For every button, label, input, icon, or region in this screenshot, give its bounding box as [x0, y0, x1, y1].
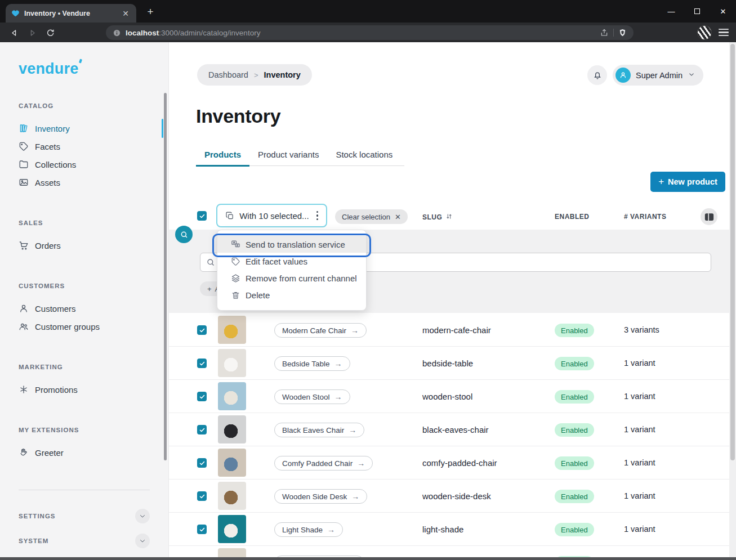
- check-icon: [199, 213, 206, 219]
- column-picker-button[interactable]: [701, 208, 717, 225]
- menu-item-label: Remove from current channel: [246, 274, 357, 283]
- row-checkbox[interactable]: [197, 491, 207, 501]
- sparkle-icon: [19, 384, 29, 395]
- variant-count: 1 variant: [624, 425, 655, 434]
- check-icon: [199, 427, 206, 433]
- sidebar-item-customers[interactable]: Customers: [0, 299, 168, 317]
- arrow-right-icon: →: [327, 525, 335, 534]
- notifications-button[interactable]: [587, 65, 607, 85]
- sidebar-scrollbar[interactable]: [164, 93, 167, 460]
- column-header-enabled[interactable]: ENABLED: [555, 213, 590, 221]
- status-badge: Enabled: [555, 423, 594, 437]
- sidebar-item-label: Orders: [35, 241, 61, 250]
- product-name-link[interactable]: Bedside Table→: [274, 356, 350, 371]
- sidebar-group-label: SYSTEM: [19, 537, 48, 544]
- product-slug: wooden-stool: [422, 392, 472, 401]
- page-title: Inventory: [196, 105, 280, 127]
- menu-item-edit-facet-values[interactable]: Edit facet values: [217, 253, 366, 270]
- tab-close-icon[interactable]: ✕: [121, 8, 131, 19]
- row-checkbox[interactable]: [197, 392, 207, 401]
- arrow-right-icon: →: [351, 492, 359, 501]
- column-header-variants[interactable]: # VARIANTS: [624, 213, 666, 221]
- sidebar-group-system[interactable]: SYSTEM: [0, 528, 168, 553]
- column-header-slug[interactable]: SLUG: [422, 213, 453, 222]
- tab-product-variants[interactable]: Product variants: [249, 145, 327, 165]
- variant-count: 1 variant: [624, 491, 655, 500]
- sidebar-item-facets[interactable]: Facets: [0, 137, 168, 155]
- url-text: localhost:3000/admin/catalog/inventory: [126, 29, 595, 37]
- sidebar-item-customer-groups[interactable]: Customer groups: [0, 317, 168, 335]
- new-tab-button[interactable]: +: [144, 6, 157, 18]
- kebab-menu-icon[interactable]: [314, 211, 320, 220]
- search-highlight-button[interactable]: [175, 226, 193, 243]
- browser-profile-avatar[interactable]: [697, 25, 712, 40]
- menu-item-send-to-translation-service[interactable]: Send to translation service: [217, 236, 366, 253]
- row-checkbox[interactable]: [197, 525, 207, 534]
- forward-button[interactable]: [25, 25, 39, 40]
- bulk-actions-button[interactable]: With 10 selected...: [216, 204, 327, 227]
- arrow-right-icon: →: [357, 459, 365, 468]
- brave-shield-icon[interactable]: [618, 28, 627, 37]
- variant-count: 1 variant: [624, 458, 655, 467]
- sidebar-item-inventory[interactable]: Inventory: [0, 119, 168, 137]
- row-checkbox[interactable]: [197, 425, 207, 434]
- sidebar-group-settings[interactable]: SETTINGS: [0, 504, 168, 528]
- sidebar-item-label: Facets: [35, 142, 60, 151]
- search-icon: [206, 258, 215, 267]
- scrollbar-thumb[interactable]: [730, 44, 735, 460]
- product-name-link[interactable]: Wooden Stool→: [274, 389, 350, 404]
- menu-item-remove-from-current-channel[interactable]: Remove from current channel: [217, 270, 366, 286]
- product-slug: comfy-padded-chair: [422, 458, 497, 468]
- check-icon: [199, 493, 206, 500]
- sidebar-item-assets[interactable]: Assets: [0, 173, 168, 191]
- sidebar-item-promotions[interactable]: Promotions: [0, 380, 168, 398]
- share-icon[interactable]: [600, 28, 609, 37]
- back-button[interactable]: [7, 25, 21, 40]
- product-slug: bedside-table: [422, 359, 473, 368]
- chevron-right-icon: >: [254, 71, 258, 79]
- sidebar-collapsed: SETTINGS SYSTEM: [0, 504, 168, 553]
- row-checkbox[interactable]: [197, 325, 207, 335]
- product-name-link[interactable]: Modern Cafe Chair→: [274, 323, 367, 338]
- select-all-checkbox[interactable]: [197, 211, 207, 221]
- folder-icon: [19, 159, 29, 169]
- site-info-icon[interactable]: [113, 29, 121, 37]
- trash-icon: [231, 290, 240, 300]
- window-minimize-button[interactable]: —: [658, 0, 684, 23]
- hand-icon: [19, 447, 29, 458]
- window-maximize-button[interactable]: [684, 0, 710, 23]
- reload-button[interactable]: [43, 25, 57, 40]
- menu-item-delete[interactable]: Delete: [217, 286, 366, 303]
- breadcrumb-current: Inventory: [264, 70, 301, 79]
- chevron-down-icon[interactable]: [135, 534, 150, 548]
- product-name-link[interactable]: Wooden Side Desk→: [274, 489, 367, 504]
- tab-stock-locations[interactable]: Stock locations: [327, 145, 401, 165]
- product-name-link[interactable]: Comfy Padded Chair→: [274, 456, 373, 471]
- new-product-button[interactable]: + New product: [650, 172, 725, 192]
- table-row: Light Shade→ light-shade Enabled 1 varia…: [169, 513, 729, 546]
- menu-item-label: Send to translation service: [246, 240, 345, 249]
- table-row: Black Eaves Chair→ black-eaves-chair Ena…: [169, 413, 729, 446]
- tab-products[interactable]: Products: [196, 145, 249, 165]
- url-bar[interactable]: localhost:3000/admin/catalog/inventory: [106, 25, 634, 40]
- product-name-link[interactable]: Black Eaves Chair→: [274, 423, 364, 437]
- product-name-link[interactable]: Light Shade→: [274, 522, 343, 537]
- plus-icon: +: [207, 285, 212, 293]
- row-checkbox[interactable]: [197, 359, 207, 368]
- sidebar-item-orders[interactable]: Orders: [0, 236, 168, 254]
- clear-selection-button[interactable]: Clear selection ✕: [335, 209, 408, 224]
- page-scrollbar[interactable]: [729, 42, 736, 557]
- browser-menu-icon[interactable]: [719, 27, 729, 37]
- table-row: Modern Cafe Chair→ modern-cafe-chair Ena…: [169, 313, 729, 347]
- sidebar-item-collections[interactable]: Collections: [0, 155, 168, 173]
- sidebar-item-greeter[interactable]: Greeter: [0, 443, 168, 462]
- sort-icon[interactable]: [445, 213, 453, 222]
- window-close-button[interactable]: ✕: [710, 0, 736, 23]
- breadcrumb-dashboard-link[interactable]: Dashboard: [208, 70, 248, 79]
- row-checkbox[interactable]: [197, 458, 207, 468]
- user-menu[interactable]: Super Admin: [613, 65, 703, 86]
- browser-tab[interactable]: Inventory • Vendure ✕: [6, 4, 136, 23]
- check-icon: [199, 327, 206, 334]
- table-row: Wooden Stool→ wooden-stool Enabled 1 var…: [169, 380, 729, 413]
- chevron-down-icon[interactable]: [135, 509, 150, 523]
